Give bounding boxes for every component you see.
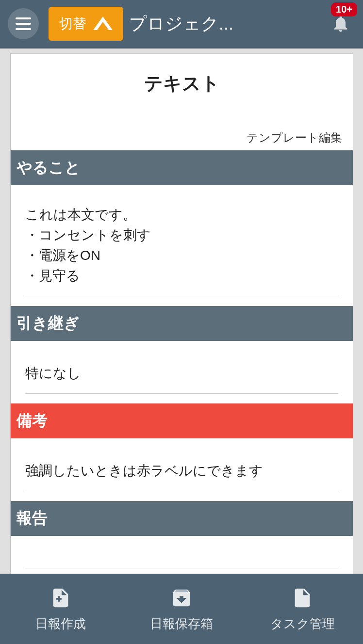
section-header-todo: やること (11, 150, 353, 185)
app-header: 切替 プロジェク... 10+ (0, 0, 363, 48)
section-header-report: 報告 (11, 501, 353, 536)
switch-button[interactable]: 切替 (49, 7, 123, 41)
section-text-notes[interactable]: 強調したいときは赤ラベルにできます (25, 458, 338, 491)
triangle-up-icon (93, 16, 113, 31)
template-edit-link[interactable]: テンプレート編集 (11, 106, 353, 150)
hamburger-icon (16, 17, 31, 19)
notification-button[interactable]: 10+ (331, 13, 350, 34)
file-add-icon (50, 585, 72, 611)
section-text-report[interactable] (25, 555, 338, 568)
restore-icon (291, 585, 314, 611)
section-text-handover[interactable]: 特になし (25, 360, 338, 394)
menu-button[interactable] (8, 8, 39, 39)
notification-badge: 10+ (331, 2, 357, 16)
main-content: テキスト テンプレート編集 やること これは本文です。 ・コンセントを刺す ・電… (0, 49, 363, 574)
page-title: プロジェク... (129, 12, 326, 36)
bottom-nav: 日報作成 日報保存箱 タスク管理 (0, 574, 363, 644)
nav-label-task: タスク管理 (270, 615, 335, 632)
nav-label-create: 日報作成 (35, 615, 86, 632)
switch-button-label: 切替 (59, 15, 86, 33)
nav-item-task-management[interactable]: タスク管理 (242, 574, 363, 644)
section-body-handover: 特になし (11, 341, 353, 403)
section-text-todo[interactable]: これは本文です。 ・コンセントを刺す ・電源をON ・見守る (25, 205, 338, 296)
content-card: テキスト テンプレート編集 やること これは本文です。 ・コンセントを刺す ・電… (10, 53, 353, 574)
nav-label-saved: 日報保存箱 (150, 615, 213, 632)
section-body-todo: これは本文です。 ・コンセントを刺す ・電源をON ・見守る (11, 185, 353, 306)
nav-item-create-report[interactable]: 日報作成 (0, 574, 121, 644)
main-title: テキスト (11, 54, 353, 106)
section-body-report (11, 536, 353, 574)
section-header-notes: 備考 (11, 403, 353, 438)
section-header-handover: 引き継ぎ (11, 306, 353, 341)
section-body-notes: 強調したいときは赤ラベルにできます (11, 438, 353, 501)
archive-icon (170, 585, 193, 611)
nav-item-saved-reports[interactable]: 日報保存箱 (121, 574, 242, 644)
